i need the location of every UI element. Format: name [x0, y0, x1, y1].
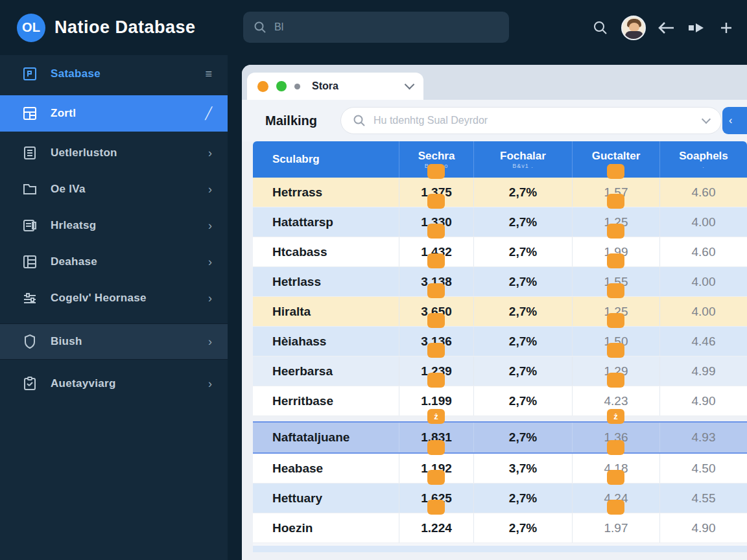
global-search-placeholder: Bl [274, 21, 283, 33]
flag-square-icon [22, 66, 38, 82]
row-name-cell: Htcabass [253, 237, 399, 266]
flag-badge-icon [607, 500, 624, 515]
sidebar-item-uetlerluston[interactable]: Uetlerluston › [0, 135, 228, 170]
top-bar: OL Natioe Database Bl [0, 0, 747, 55]
row-fochalar-cell: 2,7% [473, 513, 572, 542]
row-soaphels-cell: 4.00 [659, 297, 747, 326]
sidebar-item-oelva[interactable]: Oe lVa › [0, 172, 228, 207]
sidebar-item-label: Biush [51, 335, 195, 348]
app-logo: OL Natioe Database [0, 14, 227, 42]
toolbar: Mailking Hu tdenhtg Sual Deyrdor ‹ [242, 100, 747, 141]
forward-icon[interactable] [687, 19, 706, 37]
chevron-right-icon: › [208, 146, 212, 160]
chevron-right-icon: › [208, 255, 212, 269]
edit-icon[interactable]: ╱ [205, 106, 212, 121]
row-sechra-cell: 1.224 [399, 513, 473, 542]
flag-badge-icon [427, 440, 445, 455]
row-soaphels-cell: 4.60 [659, 237, 747, 266]
table-row[interactable]: Herritbase 1.199 2,7% 4.23 4.90 [253, 386, 747, 416]
row-fochalar-cell: 2,7% [473, 386, 572, 415]
table-search-placeholder: Hu tdenhtg Sual Deyrdor [374, 115, 695, 126]
note-icon [22, 218, 38, 233]
window-control-maximize[interactable] [276, 81, 287, 91]
table-row[interactable]: Hetrrass 1.375 2,7% 1.57 4.60 [253, 178, 747, 207]
table-search-input[interactable]: Hu tdenhtg Sual Deyrdor [340, 107, 722, 134]
sidebar-item-cogelv-heornase[interactable]: Cogelv' Heornase › [0, 281, 228, 316]
flag-badge-icon [607, 470, 624, 485]
column-header-soaphels[interactable]: Soaphels . [659, 141, 747, 178]
tab-bar: Stora [242, 65, 747, 100]
table-row[interactable]: Htcabass 1.432 2,7% 1.99 4.60 [253, 237, 747, 267]
table-row[interactable]: ż ż Naftataljuane 1.831 2,7% 1.36 4.93 [253, 421, 747, 454]
column-header-fochalar[interactable]: Fochalar B&v1 . [473, 141, 572, 178]
flag-badge-icon: ż [427, 409, 445, 424]
flag-badge-icon [427, 283, 445, 298]
flag-badge-icon [607, 343, 624, 358]
chevron-right-icon: › [208, 219, 212, 233]
row-name-cell: Hiralta [253, 297, 399, 326]
flag-badge-icon [607, 440, 624, 455]
row-fochalar-cell: 2,7% [473, 327, 572, 356]
sidebar-item-zortl[interactable]: Zortl ╱ [0, 95, 228, 132]
table-row[interactable]: Hoezin 1.224 2,7% 1.97 4.90 [253, 513, 747, 543]
table-row[interactable]: Heerbarsa 1.239 2,7% 1.29 4.99 [253, 356, 747, 386]
row-fochalar-cell: 2,7% [473, 297, 572, 326]
flag-badge-icon [607, 283, 624, 298]
row-name-cell: Hetrrass [253, 178, 399, 207]
table-row[interactable]: Hettuary 1.625 2,7% 4.24 4.55 [253, 484, 747, 513]
table-row[interactable]: Hetrlass 3.138 2,7% 1.55 4.00 [253, 267, 747, 297]
layout-icon [22, 254, 38, 270]
column-header-sculabrg[interactable]: Sculabrg [253, 141, 399, 178]
sidebar-item-label: Cogelv' Heornase [51, 292, 195, 305]
flag-badge-icon [427, 343, 445, 358]
sidebar-item-deahase[interactable]: Deahase › [0, 244, 228, 279]
sidebar-item-biush[interactable]: Biush › [0, 323, 228, 360]
content-window: Stora Mailking Hu tdenhtg Sual Deyrdor ‹… [242, 65, 747, 560]
sidebar-item-label: Zortl [51, 107, 192, 120]
row-name-cell: Hatattarsp [253, 207, 399, 237]
flag-badge-icon [427, 470, 445, 485]
row-fochalar-cell: 3,7% [473, 454, 572, 483]
sidebar-item-hrleatsg[interactable]: Hrleatsg › [0, 208, 228, 243]
row-soaphels-cell: 4.90 [659, 513, 747, 542]
flag-badge-icon [607, 313, 624, 328]
chevron-down-icon[interactable] [702, 115, 711, 124]
row-fochalar-cell: 2,7% [473, 423, 572, 452]
sidebar-item-auetayviarg[interactable]: Auetayviarg › [0, 366, 228, 401]
row-soaphels-cell: 4.46 [659, 327, 747, 356]
user-avatar[interactable] [621, 16, 646, 40]
table-row[interactable]: Hatattarsp 1.330 2,7% 1.25 4.00 [253, 207, 747, 237]
row-name-cell: Hèiahass [253, 327, 399, 356]
row-soaphels-cell: 4.93 [659, 423, 747, 452]
table-row[interactable]: Hiralta 3.650 2,7% 1.25 4.00 [253, 297, 747, 327]
window-control-minimize[interactable] [294, 84, 300, 89]
app-title: Natioe Database [54, 18, 196, 38]
search-icon [353, 114, 366, 127]
primary-action-button[interactable]: ‹ [722, 107, 747, 134]
flag-badge-icon [607, 194, 624, 209]
table-row[interactable]: Hèiahass 3.136 2,7% 1.50 4.46 [253, 327, 747, 356]
back-arrow-icon[interactable] [658, 19, 676, 37]
tab-stora[interactable]: Stora [247, 73, 423, 100]
table-row[interactable]: Heabase 1.192 3,7% 4.18 4.50 [253, 454, 747, 484]
sidebar-item-label: Satabase [51, 67, 192, 80]
sidebar: Satabase ≡ Zortl ╱ Uetlerluston › Oe lVa… [0, 55, 228, 560]
flag-badge-icon [607, 164, 624, 179]
logo-icon: OL [17, 14, 45, 42]
section-title: Mailking [265, 113, 317, 128]
table-header-row: Sculabrg Sechra BA6 I o Fochalar B&v1 . … [253, 141, 747, 178]
row-soaphels-cell: 4.50 [659, 454, 747, 483]
shield-icon [22, 334, 38, 349]
window-control-close[interactable] [257, 81, 268, 92]
chevron-down-icon[interactable] [405, 79, 415, 89]
global-search-input[interactable]: Bl [243, 12, 509, 43]
menu-icon[interactable]: ≡ [205, 67, 212, 81]
plus-icon[interactable] [717, 19, 735, 37]
search-icon[interactable] [591, 19, 610, 37]
chevron-right-icon: › [208, 377, 212, 391]
list-icon [22, 145, 38, 161]
row-name-cell: Hetrlass [253, 267, 399, 296]
row-fochalar-cell: 2,7% [473, 356, 572, 386]
sidebar-item-satabase[interactable]: Satabase ≡ [0, 56, 228, 91]
sidebar-item-label: Auetayviarg [51, 377, 195, 390]
